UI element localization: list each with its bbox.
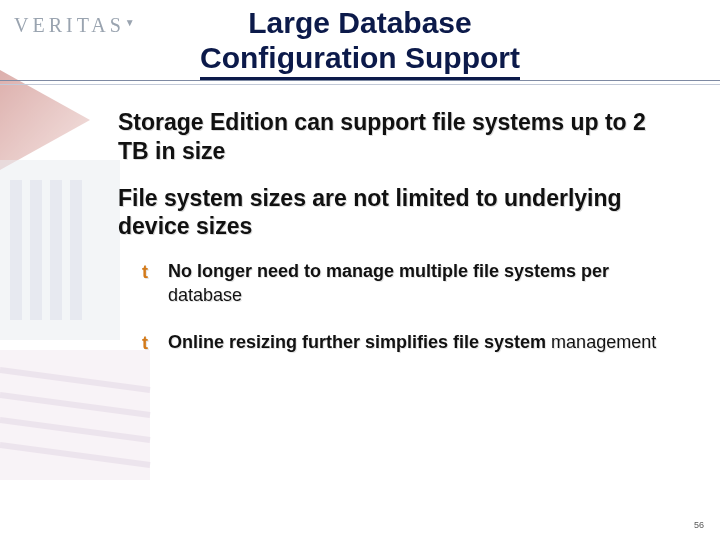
brand-logo: VERITAS▼ [14,14,135,37]
slide-body: Storage Edition can support file systems… [118,108,680,376]
sub-bullet-2-lead: Online resizing further simplifies file … [168,332,546,352]
sub-bullet-list: t No longer need to manage multiple file… [142,259,680,354]
title-underline-secondary [0,84,720,85]
title-line-1: Large Database [248,6,471,39]
bullet-icon: t [142,260,148,284]
sub-bullet-2-tail: management [546,332,656,352]
svg-marker-0 [0,70,90,170]
page-number: 56 [694,520,704,530]
svg-rect-4 [50,180,62,320]
brand-text: VERITAS [14,14,125,36]
slide-title: Large Database Configuration Support [200,6,520,80]
main-point-1: Storage Edition can support file systems… [118,108,680,166]
brand-triangle-icon: ▼ [125,17,135,28]
sub-bullet-1-lead: No longer need to manage multiple file s… [168,261,609,281]
sub-bullet-1: t No longer need to manage multiple file… [142,259,680,308]
title-underline-primary [0,80,720,81]
sub-bullet-2: t Online resizing further simplifies fil… [142,330,680,354]
svg-rect-2 [10,180,22,320]
title-line-2: Configuration Support [200,41,520,74]
svg-rect-3 [30,180,42,320]
bullet-icon: t [142,331,148,355]
svg-rect-5 [70,180,82,320]
sub-bullet-1-tail: database [168,285,242,305]
main-point-2: File system sizes are not limited to und… [118,184,680,242]
